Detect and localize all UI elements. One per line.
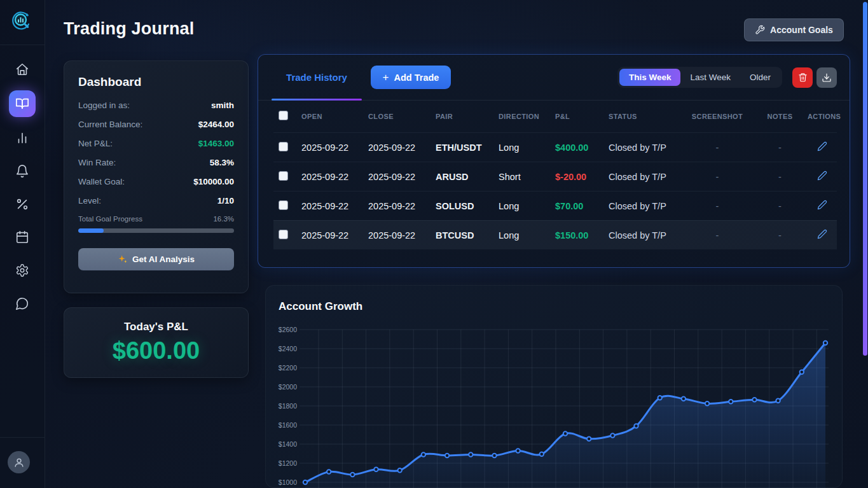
pencil-icon xyxy=(817,171,827,181)
scrollbar-thumb[interactable] xyxy=(863,2,867,356)
row-checkbox[interactable] xyxy=(279,230,288,239)
cell-direction: Long xyxy=(499,201,555,211)
progress-label: Total Goal Progress xyxy=(78,215,142,223)
cell-pnl: $400.00 xyxy=(555,143,609,153)
chart-point[interactable] xyxy=(563,431,567,435)
sidebar-item-home[interactable] xyxy=(15,62,30,77)
edit-trade-button[interactable] xyxy=(817,171,827,181)
sidebar-item-journal[interactable] xyxy=(9,90,36,117)
trade-row[interactable]: 2025-09-222025-09-22SOLUSDLong$70.00Clos… xyxy=(273,191,837,220)
add-trade-button[interactable]: + Add Trade xyxy=(371,66,451,89)
edit-trade-button[interactable] xyxy=(817,229,827,239)
chart-point[interactable] xyxy=(516,449,520,452)
cell-open: 2025-09-22 xyxy=(301,230,368,241)
select-all-checkbox[interactable] xyxy=(279,111,288,120)
chart-point[interactable] xyxy=(540,452,544,456)
calendar-icon xyxy=(15,230,29,244)
chart-point[interactable] xyxy=(800,370,804,374)
chart-point[interactable] xyxy=(350,473,354,477)
edit-trade-button[interactable] xyxy=(817,141,827,151)
progress-percent: 16.3% xyxy=(213,215,234,223)
today-pnl-card: Today's P&L $600.00 xyxy=(64,307,249,378)
cell-close: 2025-09-22 xyxy=(368,201,436,211)
trade-table: OPENCLOSEPAIRDIRECTIONP&LSTATUSSCREENSHO… xyxy=(258,101,850,249)
gear-icon xyxy=(15,263,29,277)
chart-point[interactable] xyxy=(327,470,331,473)
cell-direction: Long xyxy=(499,230,555,241)
chart-point[interactable] xyxy=(492,454,496,457)
cell-status: Closed by T/P xyxy=(609,201,682,211)
chart-point[interactable] xyxy=(610,433,614,437)
stat-label: Logged in as: xyxy=(78,101,130,110)
cell-pnl: $-20.00 xyxy=(555,172,609,182)
sidebar-item-stats[interactable] xyxy=(15,130,30,146)
cell-notes: - xyxy=(752,201,808,211)
user-avatar[interactable] xyxy=(8,451,30,473)
chart-point[interactable] xyxy=(752,398,756,401)
chart-point[interactable] xyxy=(398,468,402,472)
filter-older[interactable]: Older xyxy=(740,69,780,86)
cell-open: 2025-09-22 xyxy=(301,172,368,182)
cell-close: 2025-09-22 xyxy=(368,143,436,153)
dashboard-stat-row: Win Rate:58.3% xyxy=(78,158,234,167)
chart-point[interactable] xyxy=(823,341,827,345)
chart-point[interactable] xyxy=(445,454,449,457)
trade-table-body: 2025-09-222025-09-22ETH/USDTLong$400.00C… xyxy=(273,132,837,249)
cell-screenshot: - xyxy=(682,201,752,211)
column-header: NOTES xyxy=(752,113,808,120)
chart-point[interactable] xyxy=(587,437,591,441)
trade-row[interactable]: 2025-09-222025-09-22ARUSDShort$-20.00Clo… xyxy=(273,162,837,191)
page-scrollbar[interactable] xyxy=(862,0,868,488)
cell-pnl: $150.00 xyxy=(555,230,609,241)
chart-point[interactable] xyxy=(729,400,733,403)
export-download-button[interactable] xyxy=(816,67,837,88)
chart-point[interactable] xyxy=(634,424,638,428)
row-checkbox[interactable] xyxy=(279,200,288,210)
chart-point[interactable] xyxy=(776,399,780,403)
bar-chart-icon xyxy=(15,131,29,145)
chart-point[interactable] xyxy=(303,480,307,484)
sidebar-item-chat[interactable] xyxy=(15,296,30,311)
filter-last-week[interactable]: Last Week xyxy=(680,69,740,86)
delete-selected-button[interactable] xyxy=(792,67,813,88)
stat-label: Wallet Goal: xyxy=(78,177,125,186)
trade-toolbar: Trade History + Add Trade This WeekLast … xyxy=(258,55,850,101)
tab-trade-history[interactable]: Trade History xyxy=(272,55,362,100)
chart-point[interactable] xyxy=(374,468,378,471)
column-header: STATUS xyxy=(609,113,682,120)
trade-row[interactable]: 2025-09-222025-09-22ETH/USDTLong$400.00C… xyxy=(273,132,837,162)
account-goals-button[interactable]: Account Goals xyxy=(744,18,844,41)
week-filter-group: This WeekLast WeekOlder xyxy=(617,67,782,88)
pencil-icon xyxy=(817,200,827,210)
chart-point[interactable] xyxy=(682,397,685,401)
cell-pair: SOLUSD xyxy=(436,201,499,211)
row-checkbox[interactable] xyxy=(279,142,288,151)
ai-button-label: Get AI Analysis xyxy=(132,254,195,264)
sidebar-item-calendar[interactable] xyxy=(15,230,30,245)
get-ai-analysis-button[interactable]: Get AI Analysis xyxy=(78,248,234,270)
sidebar-item-settings[interactable] xyxy=(15,263,30,278)
chart-point[interactable] xyxy=(658,396,662,400)
cell-notes: - xyxy=(752,230,808,241)
filter-this-week[interactable]: This Week xyxy=(619,69,681,86)
chart-point[interactable] xyxy=(469,452,472,456)
sidebar-item-percent[interactable] xyxy=(15,197,30,212)
column-header: P&L xyxy=(555,113,609,120)
row-checkbox[interactable] xyxy=(279,171,288,181)
chart-point[interactable] xyxy=(705,401,709,405)
dashboard-stat-row: Net P&L:$1463.00 xyxy=(78,139,234,148)
column-header: PAIR xyxy=(436,113,499,120)
sidebar-item-alerts[interactable] xyxy=(15,164,30,179)
chart-magnifier-logo-icon xyxy=(10,10,35,35)
add-trade-label: Add Trade xyxy=(394,73,439,83)
app-logo[interactable] xyxy=(0,0,45,45)
chart-point[interactable] xyxy=(422,452,425,456)
stat-label: Net P&L: xyxy=(78,139,113,148)
cell-close: 2025-09-22 xyxy=(368,230,436,241)
sidebar-footer xyxy=(0,437,45,488)
y-axis-tick: $2600 xyxy=(279,326,297,333)
stat-value: $2464.00 xyxy=(198,120,234,129)
download-icon xyxy=(822,73,832,83)
edit-trade-button[interactable] xyxy=(817,200,827,210)
trade-row[interactable]: 2025-09-222025-09-22BTCUSDLong$150.00Clo… xyxy=(273,220,837,249)
